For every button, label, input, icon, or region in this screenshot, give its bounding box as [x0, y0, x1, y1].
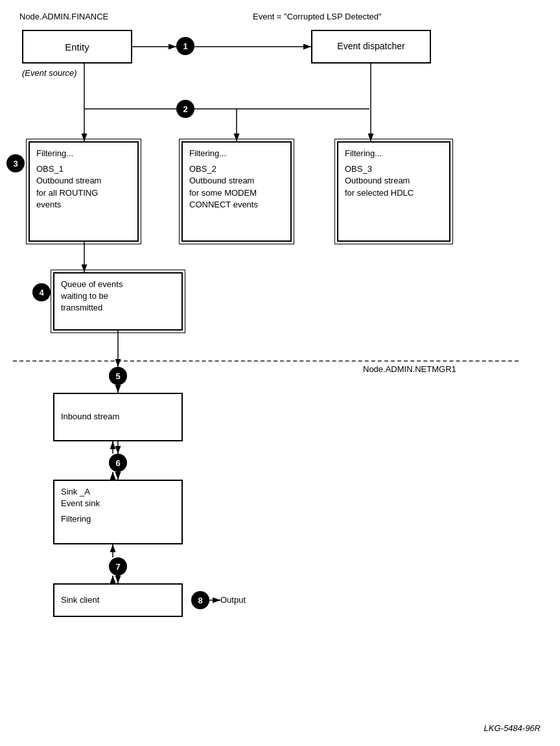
queue-line1: Queue of events [61, 279, 175, 290]
obs3-line2: OBS_3 [345, 163, 443, 175]
obs1-line5: events [36, 199, 131, 211]
node-netmgr-label: Node.ADMIN.NETMGR1 [363, 364, 456, 374]
queue-line2: waiting to be [61, 290, 175, 302]
queue-line3: transmitted [61, 302, 175, 314]
obs2-box: Filtering... OBS_2 Outbound stream for s… [181, 141, 292, 242]
diagram-container: Node.ADMIN.FINANCE Event = "Corrupted LS… [0, 0, 560, 746]
sink-client-box: Sink client [53, 583, 183, 617]
obs1-line1: Filtering... [36, 148, 131, 159]
badge-7: 7 [109, 557, 127, 576]
obs3-line4: for selected HDLC [345, 187, 443, 199]
inbound-stream-label: Inbound stream [61, 411, 119, 423]
obs1-line3: Outbound stream [36, 175, 131, 187]
obs2-line2: OBS_2 [189, 163, 284, 175]
obs1-line2: OBS_1 [36, 163, 131, 175]
sink-client-label: Sink client [61, 594, 99, 606]
sink-a-line1: Sink _A [61, 486, 175, 498]
obs1-line4: for all ROUTING [36, 187, 131, 199]
event-dispatcher-box: Event dispatcher [311, 30, 431, 64]
obs2-line4: for some MODEM [189, 187, 284, 199]
queue-box: Queue of events waiting to be transmitte… [53, 272, 183, 331]
badge-2: 2 [176, 100, 194, 118]
event-source-label: (Event source) [22, 68, 77, 78]
badge-4: 4 [32, 283, 51, 301]
sink-a-line2: Event sink [61, 498, 175, 509]
badge-1: 1 [176, 37, 194, 55]
badge-8: 8 [191, 591, 209, 609]
badge-6: 6 [109, 454, 127, 472]
obs3-line3: Outbound stream [345, 175, 443, 187]
entity-box: Entity [22, 30, 132, 64]
sink-a-line4: Filtering [61, 513, 175, 525]
obs3-line1: Filtering... [345, 148, 443, 159]
obs2-line3: Outbound stream [189, 175, 284, 187]
output-label: Output [220, 595, 246, 605]
obs3-box: Filtering... OBS_3 Outbound stream for s… [337, 141, 450, 242]
badge-3: 3 [6, 154, 25, 172]
sink-a-box: Sink _A Event sink Filtering [53, 480, 183, 544]
event-label: Event = "Corrupted LSP Detected" [253, 12, 382, 21]
arrows-svg [0, 0, 560, 746]
inbound-stream-box: Inbound stream [53, 393, 183, 441]
obs1-box: Filtering... OBS_1 Outbound stream for a… [29, 141, 139, 242]
obs2-line5: CONNECT events [189, 199, 284, 211]
badge-5: 5 [109, 367, 127, 385]
section-divider [13, 360, 519, 362]
footer-label: LKG-5484-96R [484, 723, 541, 733]
obs2-line1: Filtering... [189, 148, 284, 159]
node-finance-label: Node.ADMIN.FINANCE [19, 12, 108, 21]
